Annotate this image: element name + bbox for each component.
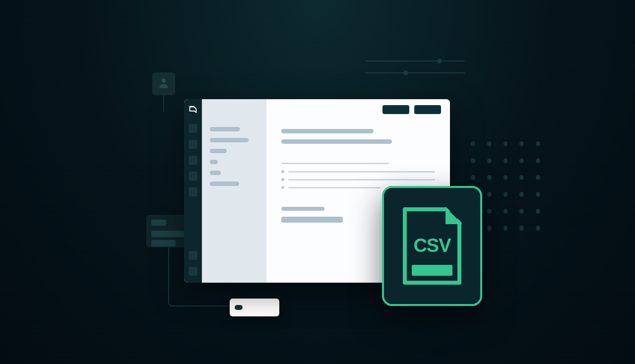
- content-heading-placeholder: [281, 129, 374, 133]
- content-subheading-placeholder: [281, 139, 392, 144]
- pill-card: [230, 299, 279, 316]
- sidebar-item[interactable]: [210, 182, 239, 186]
- toolbar: [382, 105, 441, 114]
- connector-line: [163, 95, 164, 112]
- radio-icon: [281, 178, 284, 181]
- csv-label: CSV: [413, 235, 450, 256]
- rail-nav-icon[interactable]: [189, 251, 197, 260]
- rail-nav-icon[interactable]: [189, 140, 197, 149]
- rail-nav-icon[interactable]: [189, 267, 197, 276]
- sidebar: [202, 99, 266, 283]
- svg-point-0: [162, 78, 166, 83]
- avatar-tile: [152, 72, 175, 95]
- csv-bar: [412, 265, 452, 276]
- radio-option[interactable]: [281, 170, 435, 173]
- slider-track-2[interactable]: [366, 72, 465, 73]
- slider-track-1[interactable]: [366, 61, 465, 61]
- action-button-placeholder[interactable]: [281, 217, 343, 223]
- rail-nav-icon[interactable]: [189, 187, 197, 196]
- slider-thumb-1[interactable]: [437, 59, 442, 63]
- rail-nav-icon[interactable]: [189, 172, 197, 181]
- radio-icon: [281, 170, 284, 173]
- floating-card-header: [151, 220, 166, 226]
- rail-nav-icon[interactable]: [189, 124, 197, 133]
- sidebar-item[interactable]: [210, 160, 218, 164]
- person-icon: [157, 76, 170, 91]
- csv-file-card: CSV: [382, 186, 482, 306]
- sidebar-item[interactable]: [210, 149, 227, 153]
- action-label-placeholder: [281, 207, 324, 211]
- icon-rail: [184, 99, 202, 283]
- radio-label-placeholder: [288, 187, 381, 188]
- toolbar-button[interactable]: [382, 105, 409, 114]
- sidebar-item[interactable]: [210, 171, 221, 175]
- sidebar-item[interactable]: [210, 127, 240, 131]
- pill-indicator: [235, 305, 243, 310]
- radio-icon: [281, 186, 284, 189]
- section-divider: [281, 163, 389, 164]
- sidebar-item[interactable]: [210, 138, 249, 142]
- floating-card-row: [151, 231, 186, 237]
- radio-option[interactable]: [281, 178, 435, 181]
- toolbar-button[interactable]: [414, 105, 441, 114]
- rail-nav-icon[interactable]: [189, 156, 197, 165]
- slider-thumb-2[interactable]: [403, 70, 408, 75]
- slider-group: [366, 61, 465, 84]
- radio-label-placeholder: [288, 171, 435, 173]
- csv-file-icon: CSV: [403, 207, 461, 285]
- floating-card-row: [151, 240, 176, 246]
- radio-label-placeholder: [288, 179, 435, 181]
- app-logo-icon: [188, 104, 198, 115]
